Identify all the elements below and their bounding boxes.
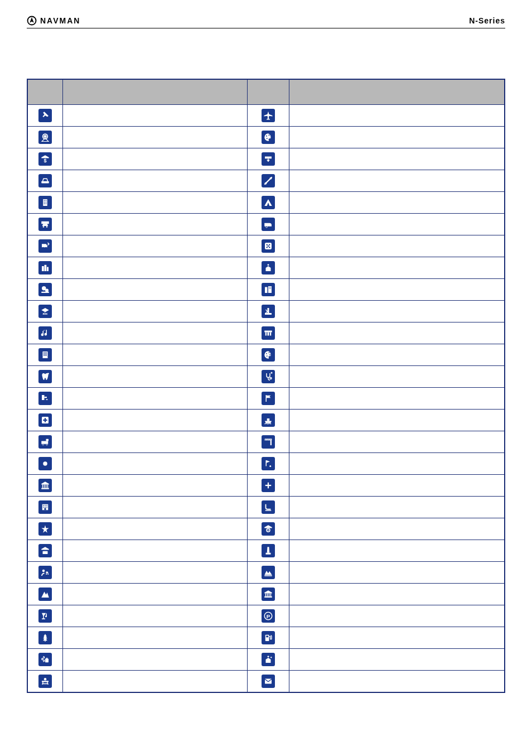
description-cell <box>289 105 505 127</box>
icon-cell <box>27 366 63 388</box>
table-row <box>27 410 505 431</box>
place-of-worship-icon <box>262 653 275 666</box>
camping-icon <box>262 196 275 209</box>
col-header-desc-1 <box>63 79 248 105</box>
table-header-row <box>27 79 505 105</box>
airport-icon <box>262 109 275 122</box>
leisure-center-icon <box>262 522 275 536</box>
description-cell <box>289 497 505 518</box>
table-row <box>27 388 505 410</box>
page: NAVMAN N-Series <box>0 0 532 756</box>
icon-cell <box>248 148 289 170</box>
poi-icon-legend-table <box>27 79 505 693</box>
table-row <box>27 279 505 301</box>
icon-cell <box>248 584 289 605</box>
company-icon <box>262 283 275 296</box>
ice-skating-rink-icon <box>262 500 275 514</box>
icon-cell <box>248 322 289 344</box>
icon-cell <box>27 475 63 497</box>
description-cell <box>63 322 248 344</box>
doctor-icon <box>262 370 275 383</box>
table-row <box>27 584 505 605</box>
table-row <box>27 497 505 518</box>
building-icon <box>38 196 52 209</box>
icon-cell <box>248 475 289 497</box>
icon-cell <box>27 540 63 562</box>
cinema-icon <box>38 283 52 296</box>
icon-cell <box>248 497 289 518</box>
picnic-area-icon <box>38 675 52 688</box>
description-cell <box>289 322 505 344</box>
description-cell <box>63 279 248 301</box>
ferry-terminal-icon <box>262 413 275 427</box>
mountain-pass-icon <box>262 566 275 579</box>
description-cell <box>289 562 505 584</box>
amusement-park-icon <box>38 131 52 144</box>
description-cell <box>289 453 505 475</box>
description-cell <box>63 562 248 584</box>
icon-cell <box>248 366 289 388</box>
concert-hall-icon <box>38 326 52 340</box>
description-cell <box>63 518 248 540</box>
description-cell <box>63 540 248 562</box>
description-cell <box>289 627 505 649</box>
icon-cell <box>248 235 289 257</box>
icon-cell <box>248 170 289 192</box>
description-cell <box>289 431 505 453</box>
icon-cell <box>27 344 63 366</box>
icon-cell <box>248 388 289 410</box>
arts-palette-icon <box>262 131 275 144</box>
icon-cell <box>27 301 63 322</box>
navman-logo-icon <box>27 16 37 26</box>
airport-departures-icon <box>38 109 52 122</box>
description-cell <box>63 170 248 192</box>
table-row <box>27 170 505 192</box>
table-row <box>27 540 505 562</box>
description-cell <box>289 671 505 693</box>
icon-cell <box>27 279 63 301</box>
icon-cell <box>27 214 63 235</box>
description-cell <box>289 257 505 279</box>
col-header-desc-2 <box>289 79 505 105</box>
icon-cell <box>27 431 63 453</box>
description-cell <box>289 410 505 431</box>
icon-cell <box>27 127 63 148</box>
icon-cell <box>27 627 63 649</box>
bank-icon <box>38 152 52 166</box>
park-recreation-icon <box>38 631 52 644</box>
icon-cell <box>27 410 63 431</box>
icon-cell <box>248 257 289 279</box>
icon-cell <box>27 584 63 605</box>
description-cell <box>289 148 505 170</box>
description-cell <box>63 584 248 605</box>
icon-cell <box>248 605 289 627</box>
description-cell <box>63 366 248 388</box>
icon-cell <box>27 671 63 693</box>
icon-cell <box>248 518 289 540</box>
icon-cell <box>27 322 63 344</box>
description-cell <box>63 344 248 366</box>
description-cell <box>289 301 505 322</box>
fire-brigade-icon <box>38 435 52 449</box>
description-cell <box>289 235 505 257</box>
description-cell <box>63 605 248 627</box>
icon-cell <box>248 192 289 214</box>
icon-cell <box>248 562 289 584</box>
description-cell <box>289 279 505 301</box>
description-cell <box>289 649 505 671</box>
description-cell <box>63 257 248 279</box>
government-office-icon <box>38 479 52 492</box>
icon-cell <box>248 431 289 453</box>
icon-cell <box>27 192 63 214</box>
description-cell <box>289 475 505 497</box>
icon-cell <box>248 453 289 475</box>
icon-cell <box>27 257 63 279</box>
table-row <box>27 322 505 344</box>
poi-table-wrap <box>27 79 505 693</box>
college-icon <box>38 305 52 318</box>
atm-icon <box>262 152 275 166</box>
description-cell <box>289 192 505 214</box>
church-icon <box>262 261 275 275</box>
icon-cell <box>248 627 289 649</box>
table-row <box>27 127 505 148</box>
